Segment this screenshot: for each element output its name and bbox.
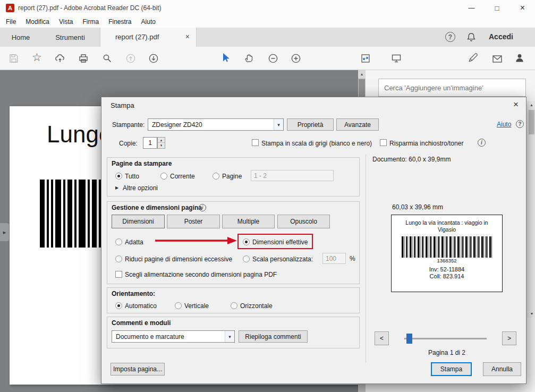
- more-options-link[interactable]: Altre opzioni: [123, 184, 158, 192]
- pages-all-label: Tutto: [125, 173, 139, 180]
- orientation-landscape-radio[interactable]: [231, 302, 237, 309]
- copies-input[interactable]: [143, 137, 157, 149]
- custom-scale-label: Scala personalizzata:: [252, 255, 313, 263]
- shrink-radio[interactable]: [115, 255, 122, 262]
- custom-scale-input[interactable]: [322, 253, 346, 264]
- copies-label: Copie:: [119, 140, 138, 147]
- search-input[interactable]: [378, 79, 526, 97]
- dialog-title: Stampa: [111, 101, 134, 109]
- bell-icon[interactable]: [466, 32, 477, 42]
- page-setup-button[interactable]: Imposta pagina...: [111, 363, 165, 376]
- spin-up-icon[interactable]: ▲: [158, 138, 165, 143]
- poster-button[interactable]: Poster: [167, 215, 220, 228]
- print-button[interactable]: Stampa: [431, 362, 472, 376]
- close-button[interactable]: ×: [510, 0, 535, 16]
- star-icon[interactable]: ☆: [32, 51, 42, 64]
- tab-document-label: report (27).pdf: [115, 33, 159, 41]
- preview-next-button[interactable]: >: [502, 331, 516, 345]
- size-button[interactable]: Dimensioni: [112, 215, 165, 228]
- email-icon[interactable]: [492, 54, 503, 64]
- orientation-landscape-label: Orizzontale: [240, 302, 273, 310]
- save-icon[interactable]: [9, 53, 19, 64]
- fill-sign-pen-icon[interactable]: [468, 53, 478, 63]
- size-group-info-icon[interactable]: i: [199, 204, 206, 211]
- pages-range-radio[interactable]: [213, 173, 219, 180]
- summarize-comments-button[interactable]: Riepiloga commenti: [239, 330, 308, 343]
- preview-inventory: Inv: 52-11884: [392, 266, 502, 272]
- menu-modifica[interactable]: Modifica: [21, 18, 54, 25]
- menu-firma[interactable]: Firma: [78, 18, 104, 25]
- menu-file[interactable]: File: [1, 18, 21, 25]
- select-tool-icon[interactable]: [221, 53, 232, 63]
- menu-finestra[interactable]: Finestra: [104, 18, 136, 25]
- zoom-out-icon[interactable]: [268, 53, 278, 64]
- maximize-button[interactable]: □: [485, 0, 509, 16]
- scroll-up-arrow[interactable]: ▲: [358, 70, 366, 78]
- menu-bar: File Modifica Vista Firma Finestra Aiuto: [0, 16, 535, 28]
- pages-all-radio[interactable]: [115, 173, 122, 180]
- grayscale-checkbox[interactable]: [252, 139, 259, 146]
- preview-slider-thumb[interactable]: [406, 334, 412, 344]
- panel-scrollbar-thumb[interactable]: [529, 110, 534, 134]
- custom-scale-radio[interactable]: [243, 255, 250, 262]
- panel-toggle-icon: ▸: [3, 229, 6, 236]
- minimize-button[interactable]: —: [460, 0, 483, 16]
- pages-range-input[interactable]: [251, 170, 334, 181]
- tab-close-icon[interactable]: ×: [185, 32, 190, 41]
- dialog-close-icon[interactable]: ×: [513, 99, 519, 110]
- print-icon[interactable]: [78, 53, 89, 64]
- preview-slider-track[interactable]: [404, 338, 487, 339]
- hand-tool-icon[interactable]: [243, 53, 254, 63]
- sign-in-button[interactable]: Accedi: [489, 32, 513, 41]
- spin-down-icon[interactable]: ▼: [158, 143, 165, 148]
- cancel-button[interactable]: Annulla: [483, 362, 521, 376]
- printer-select-value: ZDesigner ZD420: [152, 119, 202, 130]
- page-display-icon[interactable]: [360, 53, 371, 64]
- printer-caret-icon[interactable]: ▾: [274, 119, 283, 130]
- panel-scroll-up-arrow[interactable]: ▲: [528, 101, 535, 109]
- presentation-icon[interactable]: [391, 53, 402, 64]
- size-group: Gestione e dimensioni pagina i Dimension…: [107, 201, 360, 284]
- fit-radio[interactable]: [115, 238, 122, 245]
- comments-group-title: Commenti e moduli: [112, 319, 171, 327]
- shrink-label: Riduci pagine di dimensioni eccessive: [125, 255, 232, 263]
- paper-source-checkbox[interactable]: [115, 271, 122, 278]
- zoom-search-icon[interactable]: [102, 53, 113, 64]
- orientation-auto-radio[interactable]: [115, 302, 122, 309]
- help-icon[interactable]: ?: [445, 32, 455, 42]
- comments-caret-icon[interactable]: ▾: [225, 331, 234, 342]
- tab-document[interactable]: report (27).pdf ×: [100, 28, 197, 47]
- orientation-portrait-radio[interactable]: [175, 302, 182, 309]
- tab-home[interactable]: Home: [0, 28, 41, 47]
- booklet-button[interactable]: Opuscolo: [277, 215, 330, 228]
- toner-checkbox[interactable]: [380, 139, 387, 146]
- share-cloud-icon[interactable]: [55, 53, 65, 64]
- left-panel-toggle[interactable]: ▸: [0, 223, 9, 241]
- panel-scrollbar[interactable]: ▲ ▼: [528, 101, 535, 318]
- previous-page-icon[interactable]: [125, 53, 136, 64]
- tab-tools[interactable]: Strumenti: [41, 28, 99, 47]
- next-page-icon[interactable]: [148, 53, 159, 64]
- dialog-help-icon[interactable]: ?: [516, 120, 524, 128]
- printer-select[interactable]: ZDesigner ZD420 ▾: [148, 118, 284, 131]
- menu-aiuto[interactable]: Aiuto: [137, 18, 160, 25]
- comments-select-value: Documento e marcature: [116, 331, 184, 342]
- more-options-expand-icon[interactable]: ▶: [115, 185, 118, 190]
- multiple-button[interactable]: Multiple: [222, 215, 275, 228]
- actual-size-radio[interactable]: [243, 238, 250, 245]
- preview-prev-button[interactable]: <: [375, 331, 389, 345]
- percent-label: %: [350, 255, 355, 262]
- comments-select[interactable]: Documento e marcature ▾: [112, 330, 235, 343]
- copies-spinner[interactable]: ▲ ▼: [157, 137, 165, 149]
- properties-button[interactable]: Proprietà: [287, 118, 334, 131]
- menu-vista[interactable]: Vista: [54, 18, 78, 25]
- dialog-help-link[interactable]: Aiuto: [497, 121, 511, 128]
- pages-current-radio[interactable]: [160, 173, 167, 180]
- toner-info-icon[interactable]: i: [478, 139, 486, 147]
- orientation-auto-label: Automatico: [125, 302, 157, 310]
- account-avatar-icon[interactable]: [514, 53, 525, 63]
- zoom-in-icon[interactable]: [291, 53, 301, 64]
- preview-page-indicator: Pagina 1 di 2: [391, 349, 503, 356]
- panel-scroll-down-arrow[interactable]: ▼: [528, 310, 535, 318]
- advanced-button[interactable]: Avanzate: [336, 118, 379, 131]
